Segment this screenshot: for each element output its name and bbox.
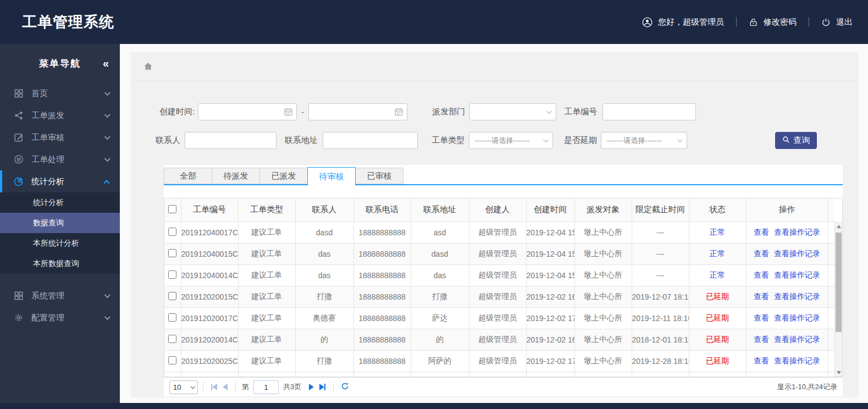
created-time-cell: 2019-12-04 15 bbox=[526, 222, 574, 243]
page-size-select[interactable]: 10 bbox=[169, 380, 198, 394]
contact-field[interactable] bbox=[185, 132, 276, 148]
column-header: 工单编号 bbox=[181, 198, 238, 222]
view-link[interactable]: 查看 bbox=[754, 270, 769, 279]
last-page-button[interactable] bbox=[319, 384, 325, 390]
view-link[interactable]: 查看 bbox=[754, 292, 769, 301]
page-number-input[interactable] bbox=[253, 380, 279, 394]
create-time-start-input[interactable] bbox=[198, 103, 297, 120]
row-checkbox[interactable] bbox=[168, 249, 176, 257]
sidebar-subitem[interactable]: 本所数据查询 bbox=[0, 253, 120, 274]
status-cell: 正常 bbox=[689, 243, 746, 264]
logout-link[interactable]: 退出 bbox=[821, 17, 853, 27]
view-link[interactable]: 查看 bbox=[754, 249, 769, 258]
status-tab[interactable]: 已审核 bbox=[355, 168, 403, 184]
status-tab[interactable]: 待派发 bbox=[212, 168, 260, 184]
empty-cell bbox=[828, 264, 834, 286]
status-tab[interactable]: 待审核 bbox=[307, 167, 356, 185]
magnifier-icon bbox=[782, 136, 790, 145]
chevron-down-icon bbox=[104, 112, 110, 118]
view-log-link[interactable]: 查看操作记录 bbox=[774, 249, 820, 258]
sidebar-item-review[interactable]: 工单审核 bbox=[0, 126, 120, 148]
sidebar-menu: 首页 工单派发 工单审核 工单处理 bbox=[0, 82, 120, 329]
view-log-link[interactable]: 查看操作记录 bbox=[774, 292, 820, 301]
dispatch-dept-select[interactable] bbox=[469, 103, 556, 120]
home-icon[interactable] bbox=[143, 62, 153, 71]
view-link[interactable]: 查看 bbox=[754, 335, 769, 344]
create-time-end-field[interactable] bbox=[309, 104, 407, 120]
sidebar-item-system[interactable]: 系统管理 bbox=[0, 285, 120, 307]
select-all-checkbox[interactable] bbox=[168, 205, 176, 213]
contact-input[interactable] bbox=[185, 132, 277, 149]
phone-cell: 18888888888 bbox=[353, 286, 411, 307]
status-cell: 已延期 bbox=[689, 350, 746, 372]
sidebar-item-process[interactable]: 工单处理 bbox=[0, 148, 120, 170]
sidebar-subitem-label: 本所数据查询 bbox=[33, 259, 79, 269]
change-password-link[interactable]: 修改密码 bbox=[749, 17, 797, 27]
orders-table: 工单编号 工单类型 联系人 联系电话 联系地址 创建人 创建时间 派发对象 限定… bbox=[164, 198, 843, 377]
table-header-row: 工单编号 工单类型 联系人 联系电话 联系地址 创建人 创建时间 派发对象 限定… bbox=[164, 198, 834, 222]
status-cell: 已延期 bbox=[689, 307, 746, 329]
table-row-partial bbox=[164, 372, 834, 377]
order-no-input[interactable] bbox=[602, 103, 696, 120]
row-checkbox[interactable] bbox=[168, 313, 176, 322]
view-link[interactable]: 查看 bbox=[754, 313, 769, 322]
calendar-icon[interactable] bbox=[284, 107, 293, 118]
dispatch-dept-label: 派发部门 bbox=[432, 107, 465, 117]
table-scrollbar[interactable] bbox=[834, 222, 842, 377]
sidebar-subitem[interactable]: 数据查询 bbox=[0, 213, 120, 233]
contact-cell: 奥德赛 bbox=[295, 307, 353, 329]
view-link[interactable]: 查看 bbox=[754, 356, 769, 365]
status-tab[interactable]: 已派发 bbox=[259, 168, 308, 184]
calendar-icon[interactable] bbox=[394, 107, 403, 118]
create-time-end-input[interactable] bbox=[308, 103, 407, 120]
view-log-link[interactable]: 查看操作记录 bbox=[774, 356, 820, 365]
row-checkbox[interactable] bbox=[168, 228, 176, 236]
status-badge: 已延期 bbox=[706, 313, 729, 322]
scroll-up-icon[interactable] bbox=[837, 225, 841, 228]
scrollbar-thumb[interactable] bbox=[836, 233, 842, 332]
sidebar-item-dispatch[interactable]: 工单派发 bbox=[0, 104, 120, 126]
next-page-button[interactable] bbox=[309, 384, 314, 390]
sidebar-item-label: 工单处理 bbox=[31, 154, 64, 165]
creator-cell: 超级管理员 bbox=[469, 286, 526, 307]
address-field[interactable] bbox=[323, 132, 417, 148]
collapse-sidebar-icon[interactable]: « bbox=[103, 57, 108, 70]
status-tab[interactable]: 全部 bbox=[164, 168, 212, 184]
view-log-link[interactable]: 查看操作记录 bbox=[774, 335, 820, 344]
dispatch-target-cell: 墩上中心所 bbox=[574, 286, 632, 307]
view-log-link[interactable]: 查看操作记录 bbox=[774, 228, 820, 236]
sidebar-subitem[interactable]: 本所统计分析 bbox=[0, 233, 120, 253]
search-button[interactable]: 查询 bbox=[775, 132, 817, 149]
separator bbox=[203, 382, 203, 392]
refresh-icon[interactable] bbox=[341, 382, 349, 392]
view-log-link[interactable]: 查看操作记录 bbox=[774, 313, 820, 322]
create-time-start-field[interactable] bbox=[198, 104, 296, 120]
sidebar-item-statistics[interactable]: 统计分析 bbox=[0, 170, 120, 192]
sidebar-item-home[interactable]: 首页 bbox=[0, 82, 120, 104]
deadline-cell: 2018-12-01 18:18 bbox=[632, 329, 689, 350]
user-greeting: 您好，超级管理员 bbox=[642, 17, 724, 27]
sidebar-item-config[interactable]: 配置管理 bbox=[0, 307, 120, 329]
row-checkbox[interactable] bbox=[168, 292, 176, 300]
first-page-button[interactable] bbox=[211, 384, 217, 390]
row-checkbox[interactable] bbox=[168, 270, 176, 279]
address-input[interactable] bbox=[323, 132, 418, 149]
column-header: 操作 bbox=[746, 198, 828, 222]
view-link[interactable]: 查看 bbox=[754, 228, 769, 236]
header-separator bbox=[736, 17, 737, 27]
row-checkbox[interactable] bbox=[168, 356, 176, 364]
view-log-link[interactable]: 查看操作记录 bbox=[774, 270, 820, 279]
row-checkbox[interactable] bbox=[168, 335, 176, 343]
scroll-down-icon[interactable] bbox=[837, 371, 841, 374]
power-icon bbox=[821, 18, 831, 27]
order-type-value: -------请选择------- bbox=[475, 136, 530, 146]
sidebar-subitem[interactable]: 统计分析 bbox=[0, 192, 120, 213]
address-label: 联系地址 bbox=[285, 135, 318, 146]
order-no-field[interactable] bbox=[603, 104, 695, 120]
order-type-label: 工单类型 bbox=[432, 135, 465, 146]
tab-label: 已派发 bbox=[272, 171, 296, 181]
delayed-select[interactable]: -------请选择------- bbox=[601, 132, 687, 149]
creator-cell: 超级管理员 bbox=[469, 350, 526, 372]
prev-page-button[interactable] bbox=[223, 384, 228, 390]
order-type-select[interactable]: -------请选择------- bbox=[469, 132, 553, 149]
